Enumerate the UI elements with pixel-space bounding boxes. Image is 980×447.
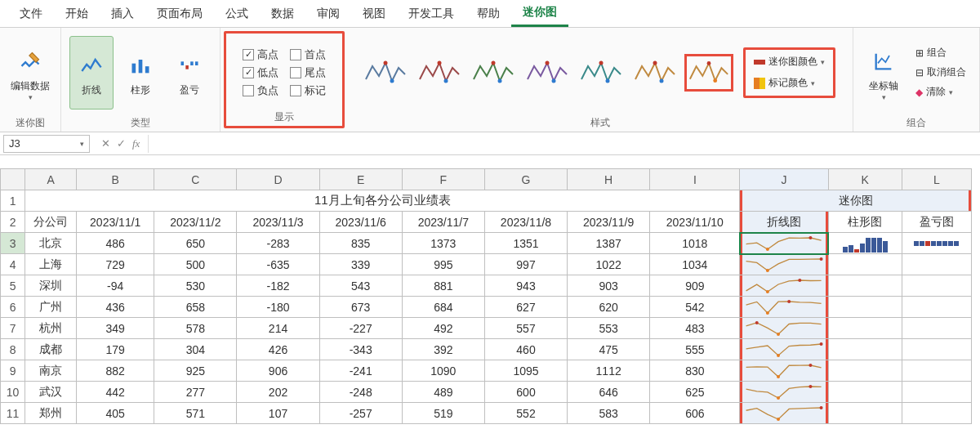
data-cell[interactable]: 578 <box>154 318 237 339</box>
data-cell[interactable]: 583 <box>568 403 650 424</box>
select-all-corner[interactable] <box>1 169 25 190</box>
data-cell[interactable]: 304 <box>154 339 237 360</box>
data-cell[interactable]: 909 <box>650 275 740 297</box>
cancel-icon[interactable]: ✕ <box>101 137 110 150</box>
menu-item-1[interactable]: 开始 <box>54 2 100 26</box>
sparkline-wl-cell[interactable] <box>902 318 971 339</box>
data-cell[interactable]: 武汉 <box>25 382 77 403</box>
data-cell[interactable]: 620 <box>568 297 650 318</box>
data-cell[interactable]: 830 <box>650 360 740 382</box>
data-cell[interactable]: 553 <box>568 318 650 339</box>
data-cell[interactable]: 405 <box>77 403 154 424</box>
data-cell[interactable]: -248 <box>319 382 402 403</box>
checkbox-首点[interactable]: 首点 <box>290 47 326 62</box>
col-header-I[interactable]: I <box>650 169 740 190</box>
sparkline-wl-cell[interactable] <box>902 339 971 360</box>
data-cell[interactable]: 深圳 <box>25 275 77 297</box>
data-cell[interactable]: 571 <box>154 403 237 424</box>
col-header-A[interactable]: A <box>25 169 77 190</box>
data-cell[interactable]: 成都 <box>25 339 77 360</box>
data-cell[interactable]: 519 <box>402 403 484 424</box>
sparkline-wl-cell[interactable] <box>902 382 971 403</box>
data-cell[interactable]: 1351 <box>484 233 567 254</box>
type-column-button[interactable]: 柱形 <box>118 36 163 110</box>
type-line-button[interactable]: 折线 <box>69 36 114 110</box>
menu-item-5[interactable]: 数据 <box>260 2 305 26</box>
data-cell[interactable]: 557 <box>484 318 567 339</box>
sparkline-wl-cell[interactable] <box>902 403 971 424</box>
col-header-J[interactable]: J <box>740 169 828 190</box>
data-cell[interactable]: 349 <box>77 318 154 339</box>
data-cell[interactable]: 658 <box>154 297 237 318</box>
data-cell[interactable]: -343 <box>319 339 402 360</box>
row-header-1[interactable]: 1 <box>1 190 25 212</box>
data-cell[interactable]: 1022 <box>568 254 650 275</box>
row-header-3[interactable]: 3 <box>1 233 25 254</box>
data-cell[interactable]: 483 <box>650 318 740 339</box>
data-cell[interactable]: 943 <box>484 275 567 297</box>
data-cell[interactable]: -635 <box>237 254 319 275</box>
data-cell[interactable]: 882 <box>77 360 154 382</box>
data-cell[interactable]: 475 <box>568 339 650 360</box>
sparkline-line-cell[interactable] <box>740 403 828 424</box>
data-cell[interactable]: -182 <box>237 275 319 297</box>
sparkline-col-cell[interactable] <box>828 382 902 403</box>
edit-data-button[interactable]: 编辑数据 ▾ <box>8 36 52 110</box>
confirm-icon[interactable]: ✓ <box>117 137 126 150</box>
sparkline-line-cell[interactable] <box>740 339 828 360</box>
row-header-10[interactable]: 10 <box>1 382 25 403</box>
menu-item-3[interactable]: 页面布局 <box>145 2 214 26</box>
menu-item-6[interactable]: 审阅 <box>305 2 351 26</box>
col-header-G[interactable]: G <box>484 169 567 190</box>
data-cell[interactable]: -180 <box>237 297 319 318</box>
style-thumb-4[interactable] <box>577 54 626 92</box>
sparkline-col-cell[interactable] <box>828 254 902 275</box>
style-thumb-3[interactable] <box>523 54 572 92</box>
sparkline-line-cell[interactable] <box>740 254 828 275</box>
col-header-D[interactable]: D <box>237 169 319 190</box>
data-cell[interactable]: 1090 <box>402 360 484 382</box>
data-cell[interactable]: 179 <box>77 339 154 360</box>
data-cell[interactable]: 339 <box>319 254 402 275</box>
data-cell[interactable]: 442 <box>77 382 154 403</box>
style-thumb-0[interactable] <box>361 54 410 92</box>
sparkline-wl-cell[interactable] <box>902 360 971 382</box>
data-cell[interactable]: 107 <box>237 403 319 424</box>
menu-item-0[interactable]: 文件 <box>8 2 54 26</box>
sparkline-col-cell[interactable] <box>828 360 902 382</box>
menu-item-2[interactable]: 插入 <box>100 2 145 26</box>
style-thumb-5[interactable] <box>630 54 679 92</box>
data-cell[interactable]: 995 <box>402 254 484 275</box>
data-cell[interactable]: 650 <box>154 233 237 254</box>
checkbox-高点[interactable]: ✓高点 <box>243 47 278 62</box>
col-header-H[interactable]: H <box>568 169 650 190</box>
data-cell[interactable]: 903 <box>568 275 650 297</box>
marker-color-button[interactable]: 标记颜色 ▾ <box>749 74 830 92</box>
data-cell[interactable]: 杭州 <box>25 318 77 339</box>
data-cell[interactable]: 835 <box>319 233 402 254</box>
data-cell[interactable]: 500 <box>154 254 237 275</box>
row-header-9[interactable]: 9 <box>1 360 25 382</box>
row-header-2[interactable]: 2 <box>1 212 25 233</box>
row-header-8[interactable]: 8 <box>1 339 25 360</box>
menu-item-8[interactable]: 开发工具 <box>397 2 466 26</box>
data-cell[interactable]: 北京 <box>25 233 77 254</box>
checkbox-标记[interactable]: 标记 <box>290 83 326 98</box>
sparkline-line-cell[interactable] <box>740 318 828 339</box>
sparkline-wl-cell[interactable] <box>902 297 971 318</box>
row-header-6[interactable]: 6 <box>1 297 25 318</box>
sparkline-line-cell[interactable] <box>740 382 828 403</box>
data-cell[interactable]: -241 <box>319 360 402 382</box>
menu-item-4[interactable]: 公式 <box>214 2 260 26</box>
data-cell[interactable]: 684 <box>402 297 484 318</box>
data-cell[interactable]: 542 <box>650 297 740 318</box>
data-cell[interactable]: -283 <box>237 233 319 254</box>
data-cell[interactable]: 277 <box>154 382 237 403</box>
sparkline-col-cell[interactable] <box>828 275 902 297</box>
data-cell[interactable]: 392 <box>402 339 484 360</box>
formula-input[interactable] <box>148 135 980 153</box>
menu-item-10[interactable]: 迷你图 <box>511 0 568 27</box>
data-cell[interactable]: 881 <box>402 275 484 297</box>
data-cell[interactable]: 426 <box>237 339 319 360</box>
col-header-C[interactable]: C <box>154 169 237 190</box>
